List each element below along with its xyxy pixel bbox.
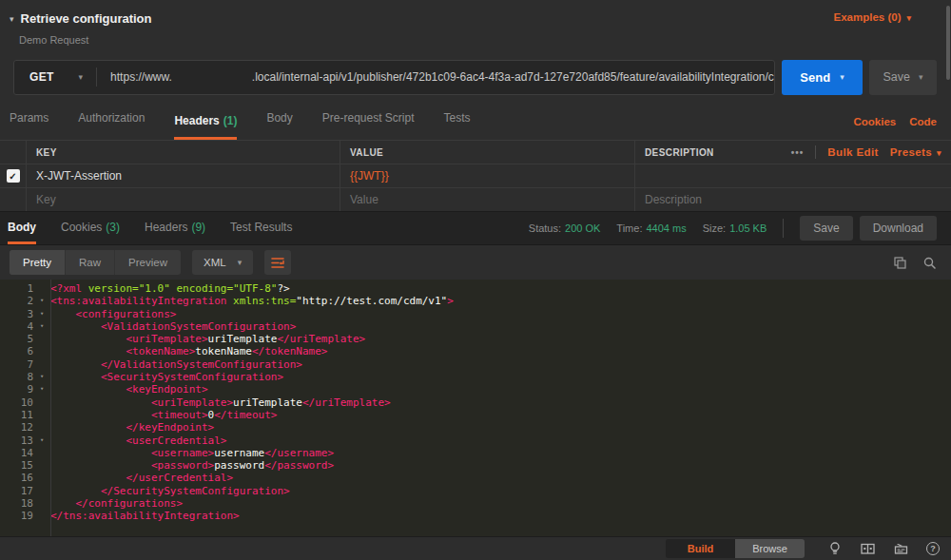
- column-header-key: KEY: [27, 141, 340, 164]
- fold-spacer: [33, 510, 50, 522]
- code-line: 3▾ <configurations>: [0, 308, 951, 320]
- collapse-caret-icon[interactable]: ▾: [10, 14, 14, 24]
- code-line: 7 </ValidationSystemConfiguration>: [0, 358, 951, 371]
- fold-spacer: [33, 396, 50, 409]
- code-line: 4▾ <ValidationSystemConfiguration>: [0, 320, 951, 333]
- format-select[interactable]: XML ▾: [192, 250, 253, 275]
- code-lines: 1<?xml version="1.0" encoding="UTF-8"?>2…: [0, 282, 951, 523]
- fold-spacer: [33, 345, 50, 357]
- code-line: 6 <tokenName>tokenName</tokenName>: [0, 345, 951, 357]
- code-line: 12 </keyEndpoint>: [0, 421, 951, 434]
- search-button[interactable]: [922, 256, 937, 270]
- search-icon: [922, 256, 937, 270]
- fold-toggle-icon[interactable]: ▾: [33, 371, 50, 383]
- fold-spacer: [33, 358, 50, 371]
- lightbulb-icon: [827, 541, 843, 556]
- response-body-editor[interactable]: 1<?xml version="1.0" encoding="UTF-8"?>2…: [0, 280, 951, 536]
- code-line: 17 </SecuritySystemConfiguration>: [0, 485, 951, 497]
- tab-authorization[interactable]: Authorization: [78, 111, 145, 140]
- browse-toggle-button[interactable]: Browse: [735, 539, 805, 558]
- column-header-description: DESCRIPTION ••• Bulk Edit Presets▾: [635, 141, 951, 164]
- response-tab-body[interactable]: Body: [8, 212, 36, 244]
- header-key-cell[interactable]: X-JWT-Assertion: [27, 164, 340, 188]
- bootcamp-button[interactable]: [827, 541, 843, 556]
- fold-toggle-icon[interactable]: ▾: [33, 383, 50, 396]
- tab-params[interactable]: Params: [10, 111, 49, 140]
- fold-spacer: [33, 409, 50, 421]
- header-value-cell[interactable]: {{JWT}}: [340, 164, 635, 188]
- fold-toggle-icon[interactable]: ▾: [33, 308, 50, 320]
- fold-spacer: [33, 485, 50, 497]
- new-description-input[interactable]: Description: [635, 188, 951, 212]
- request-header: ▾ Retrieve configuration Demo Request Ex…: [0, 0, 951, 55]
- help-button[interactable]: ?: [926, 542, 940, 555]
- postman-app: ▾ Retrieve configuration Demo Request Ex…: [0, 0, 951, 560]
- size-badge: Size:1.05 KB: [703, 222, 767, 234]
- chevron-down-icon[interactable]: ▾: [840, 72, 844, 82]
- two-pane-icon: [860, 541, 876, 556]
- presets-dropdown[interactable]: Presets▾: [890, 146, 941, 158]
- save-response-button[interactable]: Save: [800, 216, 852, 241]
- download-response-button[interactable]: Download: [860, 216, 937, 241]
- save-request-button[interactable]: Save ▾: [869, 60, 937, 95]
- divider: [815, 145, 816, 159]
- vertical-scrollbar[interactable]: [946, 6, 950, 80]
- code-line: 14 <username>username</username>: [0, 447, 951, 459]
- row-checkbox-cell: [0, 188, 27, 212]
- header-row-checkbox[interactable]: ✓: [7, 169, 20, 183]
- code-link[interactable]: Code: [909, 116, 937, 127]
- tab-body[interactable]: Body: [266, 111, 292, 140]
- divider: [783, 219, 784, 238]
- url-row: GET ▾ https://www..local/internal-api/v1…: [0, 55, 951, 99]
- code-line: 2▾<tns:availabilityIntegration xmlns:tns…: [0, 295, 951, 307]
- new-key-input[interactable]: Key: [27, 188, 340, 212]
- console-button[interactable]: [893, 541, 909, 556]
- headers-table: KEY VALUE DESCRIPTION ••• Bulk Edit Pres…: [0, 140, 951, 211]
- response-tab-headers[interactable]: Headers(9): [145, 212, 205, 244]
- chevron-down-icon: ▾: [906, 13, 911, 23]
- code-line: 11 <timeout>0</timeout>: [0, 409, 951, 421]
- header-description-cell[interactable]: [635, 164, 951, 188]
- more-options-icon[interactable]: •••: [791, 147, 805, 158]
- code-line: 18 </configurations>: [0, 497, 951, 510]
- view-pretty[interactable]: Pretty: [10, 250, 66, 275]
- fold-spacer: [33, 447, 50, 459]
- examples-dropdown[interactable]: Examples (0)▾: [834, 11, 911, 23]
- table-corner-cell: [0, 141, 27, 164]
- fold-toggle-icon[interactable]: ▾: [33, 320, 50, 333]
- view-mode-switch: Pretty Raw Preview: [10, 250, 181, 275]
- copy-button[interactable]: [893, 256, 907, 270]
- build-browse-toggle: Build Browse: [666, 539, 805, 558]
- request-tabs: Params Authorization Headers(1) Body Pre…: [0, 99, 951, 140]
- two-pane-view-button[interactable]: [860, 541, 876, 556]
- chevron-down-icon: ▾: [238, 258, 243, 267]
- code-line: 16 </userCredential>: [0, 472, 951, 484]
- request-subtitle: Demo Request: [19, 34, 937, 46]
- send-button[interactable]: Send ▾: [782, 60, 863, 95]
- response-bar: Body Cookies(3) Headers(9) Test Results …: [0, 211, 951, 245]
- response-tab-test-results[interactable]: Test Results: [230, 212, 292, 244]
- fold-toggle-icon[interactable]: ▾: [33, 295, 50, 307]
- tab-tests[interactable]: Tests: [444, 111, 471, 140]
- chevron-down-icon[interactable]: ▾: [919, 72, 923, 82]
- bulk-edit-link[interactable]: Bulk Edit: [827, 146, 878, 158]
- view-raw[interactable]: Raw: [66, 250, 115, 275]
- beautify-button[interactable]: [264, 250, 291, 275]
- view-preview[interactable]: Preview: [115, 250, 181, 275]
- url-input[interactable]: https://www..local/internal-api/v1/publi…: [97, 70, 774, 84]
- tab-headers[interactable]: Headers(1): [174, 114, 237, 140]
- cookies-link[interactable]: Cookies: [854, 116, 897, 127]
- method-select[interactable]: GET ▾: [14, 61, 96, 94]
- tab-pre-request-script[interactable]: Pre-request Script: [322, 111, 415, 140]
- build-toggle-button[interactable]: Build: [666, 539, 735, 558]
- code-line: 9▾ <keyEndpoint>: [0, 383, 951, 396]
- status-badge: Status:200 OK: [529, 222, 601, 234]
- code-line: 10 <uriTemplate>uriTemplate</uriTemplate…: [0, 396, 951, 409]
- code-line: 1<?xml version="1.0" encoding="UTF-8"?>: [0, 282, 951, 295]
- time-badge: Time:4404 ms: [616, 222, 686, 234]
- fold-toggle-icon[interactable]: ▾: [33, 434, 50, 447]
- response-tab-cookies[interactable]: Cookies(3): [61, 212, 120, 244]
- beautify-icon: [270, 255, 285, 270]
- new-value-input[interactable]: Value: [340, 188, 635, 212]
- console-icon: [893, 541, 909, 556]
